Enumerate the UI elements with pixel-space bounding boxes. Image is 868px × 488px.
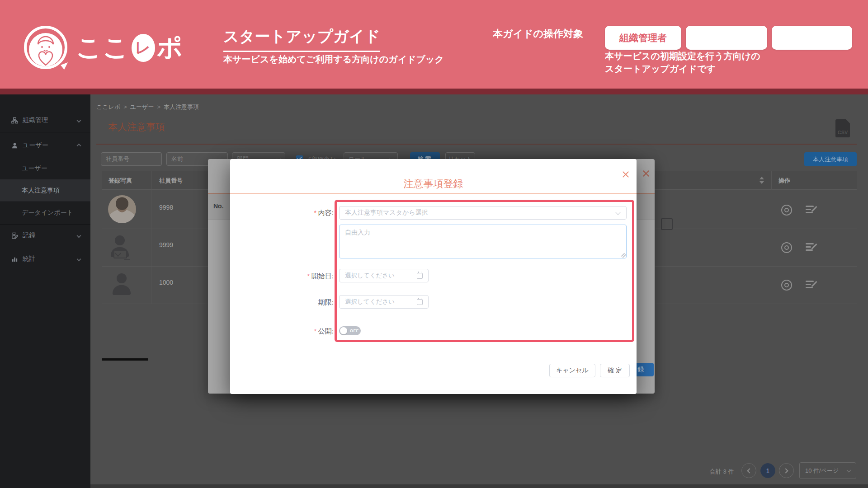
calendar-icon bbox=[417, 273, 423, 279]
screen: ここレポ スタートアップガイド 本サービスを始めてご利用する方向けのガイドブック… bbox=[0, 0, 868, 488]
sidebar-label: 記録 bbox=[23, 231, 35, 239]
employee-no-cell: 1000 bbox=[159, 279, 173, 286]
header-accent-strip bbox=[0, 89, 868, 94]
avatar-photo bbox=[108, 195, 136, 223]
sidebar-label: 本人注意事項 bbox=[22, 187, 60, 195]
view-icon[interactable] bbox=[781, 205, 792, 216]
resize-handle[interactable] bbox=[620, 252, 626, 258]
breadcrumb-separator: > bbox=[157, 103, 160, 110]
sidebar-item-org-management[interactable]: 組織管理 bbox=[0, 108, 90, 132]
view-icon[interactable] bbox=[781, 242, 792, 253]
chevron-down-icon bbox=[77, 118, 81, 122]
guide-header: ここレポ スタートアップガイド 本サービスを始めてご利用する方向けのガイドブック… bbox=[0, 0, 868, 89]
close-icon[interactable] bbox=[642, 170, 650, 177]
sidebar-item-statistics[interactable]: 統計 bbox=[0, 247, 90, 271]
confirm-button[interactable]: 確 定 bbox=[600, 364, 630, 377]
employee-no-input[interactable]: 社員番号 bbox=[101, 152, 162, 166]
sidebar-item-records[interactable]: 記録 bbox=[0, 224, 90, 247]
brand-accent: レ bbox=[132, 34, 155, 62]
required-mark: * bbox=[314, 328, 316, 335]
required-mark: * bbox=[314, 209, 316, 216]
pagination-total: 合計 3 件 bbox=[710, 468, 734, 476]
chevron-up-icon bbox=[77, 143, 81, 148]
role-button-2[interactable] bbox=[686, 26, 767, 50]
chevron-down-icon bbox=[77, 257, 81, 261]
sidebar-label: 統計 bbox=[23, 255, 35, 263]
content-master-select[interactable]: 本人注意事項マスタから選択 bbox=[339, 206, 627, 220]
role-button-3[interactable] bbox=[772, 26, 852, 50]
guide-description: 本サービスの初期設定を行う方向けの スタートアップガイドです bbox=[605, 50, 760, 75]
org-chart-icon bbox=[11, 117, 18, 124]
employee-no-cell: 9998 bbox=[159, 204, 173, 211]
breadcrumb: ここレポ>ユーザー>本人注意事項 bbox=[96, 103, 199, 111]
col-employee-no: 社員番号 bbox=[159, 177, 183, 185]
start-date-placeholder: 選択してください bbox=[345, 272, 395, 280]
edit-icon[interactable] bbox=[806, 242, 818, 253]
sidebar-item-personal-notes[interactable]: 本人注意事項 bbox=[0, 179, 90, 202]
edit-icon[interactable] bbox=[806, 280, 818, 291]
sidebar-item-data-import[interactable]: データインポート bbox=[0, 202, 90, 224]
chevron-down-icon bbox=[847, 468, 851, 473]
modal-title-divider bbox=[230, 193, 637, 194]
free-input-textarea[interactable]: 自由入力 bbox=[339, 225, 627, 258]
invite-envelope-icon bbox=[113, 250, 127, 258]
pagination-next-button[interactable] bbox=[779, 463, 794, 478]
pagination-prev-button[interactable] bbox=[741, 463, 756, 478]
guide-description-line2: スタートアップガイドです bbox=[605, 62, 760, 75]
sidebar-item-users[interactable]: ユーザー bbox=[0, 134, 90, 157]
guide-target-label: 本ガイドの操作対象 bbox=[493, 27, 583, 41]
sidebar: 組織管理 ユーザー ユーザー 本人注意事項 データインポート 記録 bbox=[0, 94, 90, 488]
row-highlight-underline bbox=[102, 358, 148, 361]
page-size-select[interactable]: 10 件/ページ bbox=[799, 462, 856, 479]
person-icon bbox=[111, 272, 133, 298]
sidebar-label: データインポート bbox=[22, 209, 73, 217]
col-actions: 操作 bbox=[778, 177, 790, 185]
chevron-down-icon bbox=[615, 210, 620, 215]
start-date-label: *開始日: bbox=[284, 272, 334, 281]
employee-no-cell: 9999 bbox=[159, 241, 173, 249]
sidebar-label: ユーザー bbox=[23, 141, 48, 150]
view-icon[interactable] bbox=[781, 280, 792, 291]
content-select-placeholder: 本人注意事項マスタから選択 bbox=[345, 209, 428, 217]
public-toggle[interactable]: OFF bbox=[339, 326, 361, 335]
brand-part1: ここ bbox=[76, 31, 130, 65]
page-title: 本人注意事項 bbox=[108, 121, 165, 133]
chevron-down-icon bbox=[77, 233, 81, 238]
bar-chart-icon bbox=[11, 255, 18, 263]
brand-wordmark: ここレポ bbox=[76, 26, 184, 70]
breadcrumb-home[interactable]: ここレポ bbox=[96, 103, 120, 110]
deadline-input[interactable]: 選択してください bbox=[339, 295, 429, 309]
column-divider bbox=[771, 171, 772, 190]
public-label: *公開: bbox=[284, 327, 334, 336]
required-mark: * bbox=[307, 272, 309, 280]
no-column-header: No. bbox=[213, 202, 224, 210]
role-button-org-admin[interactable]: 組織管理者 bbox=[605, 26, 681, 50]
free-input-placeholder: 自由入力 bbox=[345, 229, 370, 236]
sort-icon[interactable] bbox=[760, 177, 764, 184]
guide-subtitle: 本サービスを始めてご利用する方向けのガイドブック bbox=[223, 53, 444, 66]
calendar-icon bbox=[417, 299, 423, 305]
close-icon[interactable] bbox=[622, 171, 629, 178]
guide-description-line1: 本サービスの初期設定を行う方向けの bbox=[605, 50, 760, 62]
breadcrumb-users[interactable]: ユーザー bbox=[130, 103, 154, 110]
edit-icon[interactable] bbox=[806, 205, 818, 216]
sidebar-divider bbox=[0, 132, 90, 132]
employee-no-placeholder: 社員番号 bbox=[106, 155, 129, 163]
breadcrumb-current: 本人注意事項 bbox=[164, 103, 199, 110]
bottom-strip bbox=[90, 484, 868, 488]
toggle-knob bbox=[340, 327, 347, 334]
sidebar-item-users-sub[interactable]: ユーザー bbox=[0, 157, 90, 179]
csv-export-icon[interactable]: CSV bbox=[835, 119, 850, 137]
user-icon bbox=[11, 142, 18, 149]
chevron-right-icon bbox=[783, 468, 788, 473]
deadline-label: 期限: bbox=[284, 298, 334, 307]
start-date-input[interactable]: 選択してください bbox=[339, 269, 429, 282]
sidebar-label: 組織管理 bbox=[23, 116, 48, 124]
pagination-page-1[interactable]: 1 bbox=[760, 463, 775, 478]
kokorepo-logo-icon bbox=[21, 23, 71, 74]
record-icon bbox=[11, 232, 18, 239]
cancel-button[interactable]: キャンセル bbox=[549, 364, 595, 377]
toggle-off-label: OFF bbox=[350, 328, 359, 333]
modal-title: 注意事項登録 bbox=[230, 177, 637, 191]
add-personal-note-button[interactable]: 本人注意事項 bbox=[804, 152, 857, 166]
